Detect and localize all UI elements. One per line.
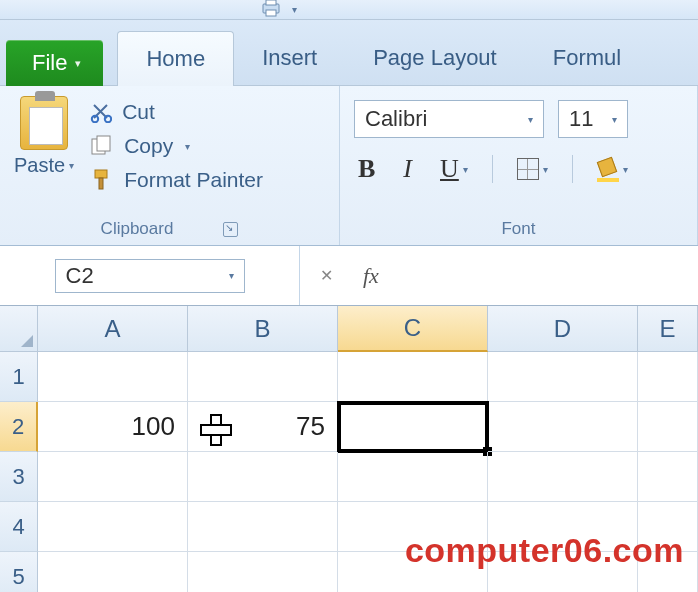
chevron-down-icon: ▾ <box>463 164 468 175</box>
group-font: Calibri ▾ 11 ▾ B I U ▾ ▾ <box>340 86 698 245</box>
separator <box>492 155 493 183</box>
column-headers: A B C D E <box>0 306 698 352</box>
underline-label: U <box>440 154 459 184</box>
cut-label: Cut <box>122 100 155 124</box>
paste-button[interactable]: Paste ▾ <box>14 96 80 192</box>
chevron-down-icon: ▾ <box>69 160 74 171</box>
chevron-down-icon: ▾ <box>612 114 617 125</box>
chevron-down-icon: ▾ <box>75 57 81 70</box>
tab-page-layout[interactable]: Page Layout <box>345 31 525 85</box>
cell-D1[interactable] <box>488 352 638 402</box>
name-box[interactable]: C2 ▾ <box>55 259 245 293</box>
quick-access-toolbar: ▾ <box>0 0 698 20</box>
italic-button[interactable]: I <box>399 152 416 186</box>
cell-D2[interactable] <box>488 402 638 452</box>
bold-button[interactable]: B <box>354 152 379 186</box>
qat-dropdown-icon[interactable]: ▾ <box>292 4 297 15</box>
svg-rect-1 <box>266 0 276 5</box>
cancel-formula-icon[interactable]: ✕ <box>320 266 333 285</box>
separator <box>572 155 573 183</box>
format-painter-label: Format Painter <box>124 168 263 192</box>
cell-C3[interactable] <box>338 452 488 502</box>
col-header-A[interactable]: A <box>38 306 188 352</box>
bucket-icon <box>597 159 619 179</box>
chevron-down-icon: ▾ <box>229 270 234 281</box>
tab-formulas[interactable]: Formul <box>525 31 649 85</box>
col-header-D[interactable]: D <box>488 306 638 352</box>
ribbon-tabstrip: File ▾ Home Insert Page Layout Formul <box>0 20 698 86</box>
scissors-icon <box>90 101 112 123</box>
cell-B4[interactable] <box>188 502 338 552</box>
row-header-3[interactable]: 3 <box>0 452 38 502</box>
paste-label: Paste <box>14 154 65 177</box>
chevron-down-icon: ▾ <box>623 164 628 175</box>
svg-rect-8 <box>99 178 103 189</box>
cell-E3[interactable] <box>638 452 698 502</box>
cut-button[interactable]: Cut <box>90 100 263 124</box>
col-header-C[interactable]: C <box>338 306 488 352</box>
chevron-down-icon: ▾ <box>528 114 533 125</box>
row-header-5[interactable]: 5 <box>0 552 38 592</box>
svg-rect-7 <box>95 170 107 178</box>
fill-color-button[interactable]: ▾ <box>593 157 632 181</box>
cell-A5[interactable] <box>38 552 188 592</box>
tab-home[interactable]: Home <box>117 31 234 86</box>
svg-rect-6 <box>97 136 110 151</box>
name-box-value: C2 <box>66 263 94 289</box>
formula-input[interactable] <box>379 246 698 305</box>
col-header-B[interactable]: B <box>188 306 338 352</box>
cell-B2[interactable]: 75 <box>188 402 338 452</box>
cell-A4[interactable] <box>38 502 188 552</box>
row-header-1[interactable]: 1 <box>0 352 38 402</box>
border-icon <box>517 158 539 180</box>
format-painter-button[interactable]: Format Painter <box>90 168 263 192</box>
cell-E1[interactable] <box>638 352 698 402</box>
brush-icon <box>90 168 114 192</box>
group-clipboard: Paste ▾ Cut Copy ▾ <box>0 86 340 245</box>
underline-button[interactable]: U ▾ <box>436 152 472 186</box>
group-clipboard-label: Clipboard <box>101 219 174 239</box>
clipboard-dialog-launcher[interactable] <box>223 222 238 237</box>
file-tab-label: File <box>32 50 67 76</box>
cell-E2[interactable] <box>638 402 698 452</box>
svg-rect-2 <box>266 10 276 16</box>
svg-point-4 <box>105 116 111 122</box>
select-all-button[interactable] <box>0 306 38 352</box>
font-name-value: Calibri <box>365 106 427 132</box>
row-header-2[interactable]: 2 <box>0 402 38 452</box>
cell-A2[interactable]: 100 <box>38 402 188 452</box>
border-button[interactable]: ▾ <box>513 156 552 182</box>
cell-A1[interactable] <box>38 352 188 402</box>
copy-button[interactable]: Copy ▾ <box>90 134 263 158</box>
cell-D3[interactable] <box>488 452 638 502</box>
group-font-label: Font <box>501 219 535 239</box>
tab-insert[interactable]: Insert <box>234 31 345 85</box>
quickprint-icon[interactable] <box>260 0 282 20</box>
paste-icon <box>20 96 68 150</box>
cell-C2[interactable] <box>338 402 488 452</box>
chevron-down-icon: ▾ <box>185 141 190 152</box>
svg-point-3 <box>92 116 98 122</box>
cell-B1[interactable] <box>188 352 338 402</box>
col-header-E[interactable]: E <box>638 306 698 352</box>
fx-icon[interactable]: fx <box>363 263 379 289</box>
chevron-down-icon: ▾ <box>543 164 548 175</box>
copy-icon <box>90 135 114 157</box>
cell-A3[interactable] <box>38 452 188 502</box>
cell-B3[interactable] <box>188 452 338 502</box>
ribbon: Paste ▾ Cut Copy ▾ <box>0 86 698 246</box>
copy-label: Copy <box>124 134 173 158</box>
file-tab[interactable]: File ▾ <box>6 40 103 86</box>
formula-bar: C2 ▾ ✕ fx <box>0 246 698 306</box>
cell-B5[interactable] <box>188 552 338 592</box>
cell-C1[interactable] <box>338 352 488 402</box>
row-header-4[interactable]: 4 <box>0 502 38 552</box>
font-size-combo[interactable]: 11 ▾ <box>558 100 628 138</box>
font-size-value: 11 <box>569 106 593 132</box>
watermark-text: computer06.com <box>405 531 684 570</box>
font-name-combo[interactable]: Calibri ▾ <box>354 100 544 138</box>
